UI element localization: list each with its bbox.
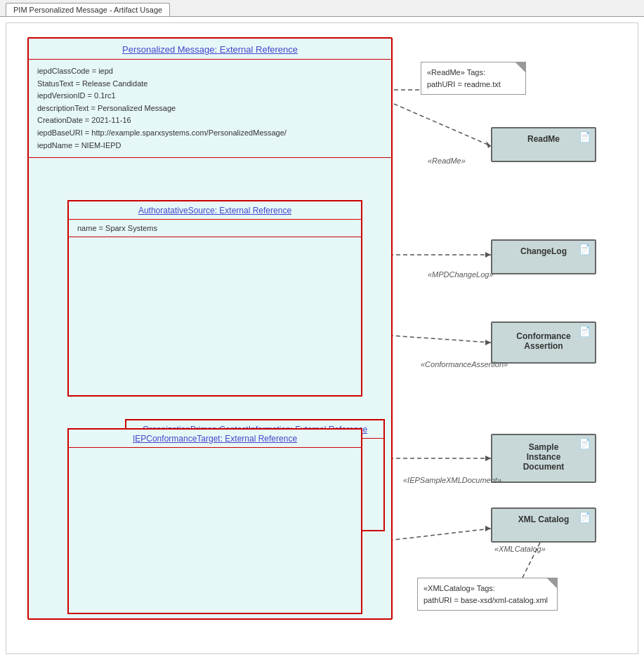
- svg-marker-4: [485, 252, 491, 258]
- svg-line-0: [394, 104, 491, 146]
- pm-title: Personalized Message: External Reference: [29, 39, 391, 60]
- pm-attr-4: descriptionText = Personalized Message: [37, 102, 383, 115]
- readme-note: «ReadMe» Tags: pathURI = readme.txt: [421, 62, 526, 95]
- readme-artifact: 📄 ReadMe: [491, 127, 596, 162]
- changelog-artifact: 📄 ChangeLog: [491, 239, 596, 274]
- xml-catalog-artifact: 📄 XML Catalog: [491, 507, 596, 543]
- auth-source-attr: name = Sparx Systems: [69, 220, 361, 237]
- diagram-tab[interactable]: PIM Personalized Message - Artifact Usag…: [6, 3, 170, 16]
- xmlcatalog-note: «XMLCatalog» Tags: pathURI = base-xsd/xm…: [417, 578, 558, 611]
- diagram-area: Personalized Message: External Reference…: [6, 22, 638, 654]
- readme-icon: 📄: [579, 131, 591, 142]
- auth-source-title: AuthoratativeSource: External Reference: [69, 201, 361, 220]
- xml-catalog-stereotype: «XMLCatalog»: [494, 545, 546, 553]
- pm-attr-7: iepdName = NIEM-IEPD: [37, 140, 383, 152]
- conformance-stereotype: «ConformanceAssertion»: [421, 360, 508, 368]
- conformance-icon: 📄: [579, 326, 591, 337]
- conformance-artifact: 📄 ConformanceAssertion: [491, 321, 596, 364]
- pm-attr-3: iepdVersionID = 0.1rc1: [37, 90, 383, 102]
- changelog-icon: 📄: [579, 244, 591, 255]
- iep-target-box: IEPConformanceTarget: External Reference…: [67, 428, 362, 614]
- auth-source-box: AuthoratativeSource: External Reference …: [67, 200, 362, 397]
- pm-attr-2: StatusText = Release Candidate: [37, 78, 383, 91]
- readme-note-line2: pathURI = readme.txt: [427, 79, 520, 91]
- readme-note-line1: «ReadMe» Tags:: [427, 67, 520, 79]
- pm-attr-5: CreationDate = 2021-11-16: [37, 114, 383, 127]
- xmlcatalog-note-line1: «XMLCatalog» Tags:: [423, 583, 551, 595]
- pm-attributes: iepdClassCode = iepd StatusText = Releas…: [29, 60, 391, 158]
- svg-marker-6: [485, 340, 491, 345]
- tab-bar: PIM Personalized Message - Artifact Usag…: [0, 0, 644, 17]
- pm-attr-6: iepdBaseURI = http://example.sparxsystem…: [37, 127, 383, 140]
- svg-marker-8: [485, 456, 491, 461]
- iep-target-title: IEPConformanceTarget: External Reference: [69, 430, 361, 448]
- xml-catalog-icon: 📄: [579, 512, 591, 523]
- pm-attr-1: iepdClassCode = iepd: [37, 65, 383, 78]
- sample-instance-icon: 📄: [579, 438, 591, 449]
- pm-outer-box: Personalized Message: External Reference…: [27, 37, 393, 620]
- svg-marker-10: [485, 526, 491, 531]
- mpd-changelog-stereotype: «MPDChangeLog»: [428, 270, 494, 279]
- svg-marker-1: [486, 141, 491, 148]
- iep-sample-stereotype: «IEPSampleXMLDocument»: [403, 476, 501, 484]
- sample-instance-artifact: 📄 SampleInstanceDocument: [491, 434, 596, 483]
- xmlcatalog-note-line2: pathURI = base-xsd/xml-catalog.xml: [423, 595, 551, 606]
- readme-stereotype: «ReadMe»: [428, 157, 466, 165]
